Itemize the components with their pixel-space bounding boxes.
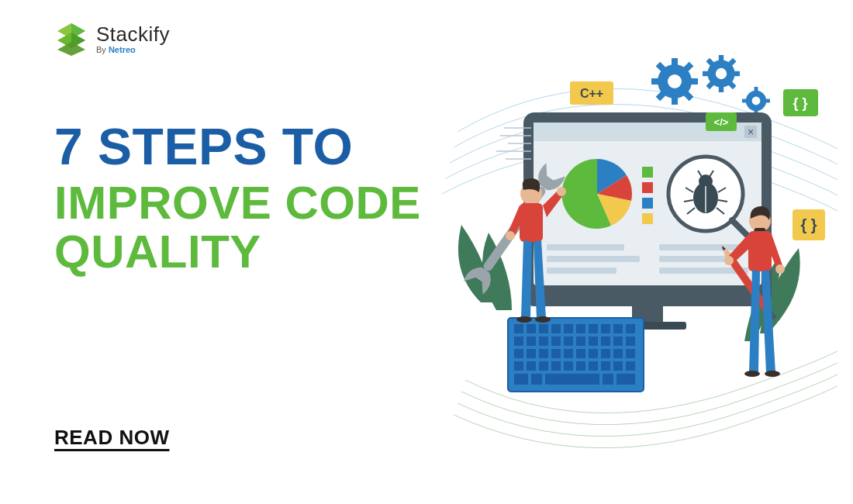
svg-text:×: ×: [748, 126, 754, 138]
svg-rect-96: [514, 349, 523, 358]
svg-rect-87: [527, 337, 536, 346]
svg-rect-49: [642, 198, 653, 209]
svg-rect-119: [603, 374, 613, 385]
svg-rect-110: [564, 361, 573, 371]
svg-text:{ }: { }: [800, 216, 817, 233]
svg-rect-78: [539, 324, 548, 333]
headline: 7 STEPS TO IMPROVE CODE QUALITY: [54, 120, 489, 276]
svg-rect-123: [520, 203, 543, 242]
svg-rect-100: [564, 349, 573, 358]
svg-rect-109: [551, 361, 561, 371]
svg-rect-17: [719, 55, 723, 61]
svg-rect-112: [589, 361, 598, 371]
svg-rect-76: [514, 324, 523, 333]
svg-rect-95: [626, 337, 635, 346]
svg-rect-68: [659, 256, 733, 262]
logo-byline: By Netreo: [96, 46, 170, 54]
svg-rect-86: [514, 337, 523, 346]
svg-point-135: [775, 264, 785, 274]
svg-rect-103: [601, 349, 610, 358]
svg-rect-133: [748, 231, 772, 271]
cpp-badge-icon: C++: [570, 81, 613, 105]
svg-rect-102: [589, 349, 598, 358]
svg-rect-94: [613, 337, 623, 346]
svg-rect-90: [564, 337, 573, 346]
svg-rect-30: [765, 99, 770, 103]
svg-rect-118: [545, 374, 599, 385]
svg-point-124: [506, 231, 515, 240]
svg-rect-97: [527, 349, 536, 358]
svg-point-137: [765, 371, 780, 377]
keyboard-icon: [508, 318, 644, 392]
svg-point-6: [668, 74, 682, 88]
svg-rect-114: [613, 361, 623, 371]
svg-rect-83: [601, 324, 610, 333]
pie-chart-icon: [561, 159, 631, 229]
svg-rect-120: [616, 374, 635, 385]
svg-rect-108: [539, 361, 548, 371]
svg-rect-105: [626, 349, 635, 358]
headline-secondary: IMPROVE CODE QUALITY: [54, 178, 489, 276]
svg-rect-20: [734, 71, 740, 76]
svg-rect-80: [564, 324, 573, 333]
svg-point-126: [516, 316, 532, 323]
svg-rect-18: [719, 86, 723, 92]
svg-rect-29: [742, 99, 747, 103]
svg-text:</>: </>: [714, 116, 729, 128]
svg-rect-48: [642, 182, 653, 193]
svg-point-26: [752, 97, 761, 105]
svg-rect-84: [613, 324, 623, 333]
svg-rect-64: [547, 244, 624, 250]
svg-marker-4: [57, 42, 85, 56]
svg-rect-85: [626, 324, 635, 333]
svg-point-136: [744, 371, 760, 377]
stackify-logo-icon: [54, 22, 88, 56]
brand-logo: Stackify By Netreo: [54, 22, 170, 56]
svg-rect-104: [613, 349, 623, 358]
svg-rect-92: [589, 337, 598, 346]
svg-rect-50: [642, 213, 653, 224]
svg-text:{ }: { }: [793, 95, 807, 111]
braces-badge-top-icon: { }: [783, 89, 818, 116]
svg-rect-67: [659, 244, 744, 250]
svg-rect-8: [672, 97, 678, 105]
svg-rect-91: [576, 337, 585, 346]
svg-rect-82: [589, 324, 598, 333]
svg-rect-79: [551, 324, 561, 333]
read-now-link[interactable]: READ NOW: [54, 426, 169, 450]
svg-rect-117: [531, 374, 542, 385]
logo-brand-name: Stackify: [96, 24, 170, 44]
svg-rect-113: [601, 361, 610, 371]
svg-point-127: [535, 316, 551, 323]
svg-point-125: [557, 187, 566, 196]
svg-rect-81: [576, 324, 585, 333]
svg-rect-89: [551, 337, 561, 346]
headline-primary: 7 STEPS TO: [54, 120, 489, 174]
svg-rect-27: [755, 87, 758, 91]
svg-rect-77: [527, 324, 536, 333]
svg-rect-88: [539, 337, 548, 346]
hero-illustration: C++ { } × </>: [434, 39, 837, 465]
svg-rect-66: [547, 268, 616, 274]
svg-rect-10: [690, 78, 698, 85]
svg-rect-101: [576, 349, 585, 358]
svg-rect-47: [642, 167, 653, 178]
svg-rect-93: [601, 337, 610, 346]
gear-icon: [651, 55, 770, 115]
svg-text:C++: C++: [580, 87, 603, 100]
svg-rect-106: [514, 361, 523, 371]
svg-point-16: [716, 68, 727, 79]
svg-rect-65: [547, 256, 640, 262]
svg-rect-107: [527, 361, 536, 371]
svg-rect-115: [626, 361, 635, 371]
svg-rect-116: [514, 374, 528, 385]
svg-rect-99: [551, 349, 561, 358]
svg-rect-7: [672, 58, 678, 66]
logo-text: Stackify By Netreo: [96, 24, 170, 54]
svg-rect-9: [651, 78, 659, 85]
svg-rect-19: [703, 71, 709, 76]
svg-point-134: [724, 256, 734, 265]
svg-rect-98: [539, 349, 548, 358]
svg-rect-111: [576, 361, 585, 371]
braces-badge-right-icon: { }: [793, 209, 825, 240]
